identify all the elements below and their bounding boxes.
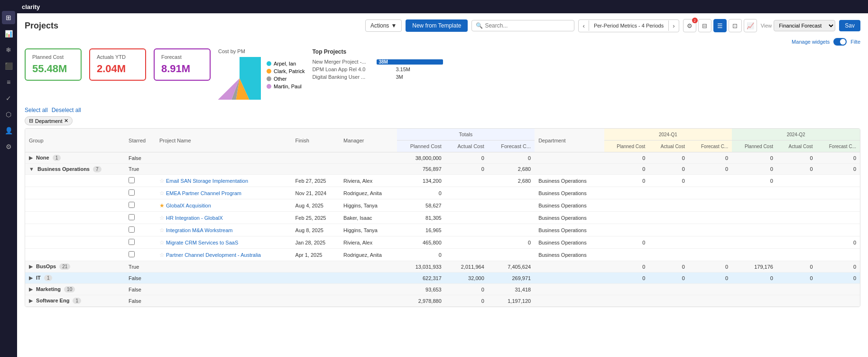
table-row: ▼ Business Operations 7 True 756,897 0 2… <box>25 164 860 175</box>
empty-star-icon[interactable]: ☆ <box>159 215 165 221</box>
project-link[interactable]: Integration M&A Workstream <box>166 227 232 233</box>
empty-star-icon[interactable]: ☆ <box>159 178 165 184</box>
save-button[interactable]: Sav <box>839 20 860 31</box>
expand-button[interactable]: ▶ <box>29 275 33 281</box>
filter-icon[interactable]: ⚙ 2 <box>683 19 696 32</box>
row-checkbox[interactable] <box>129 177 135 183</box>
q2-planned-cell <box>732 249 777 261</box>
project-link[interactable]: EMEA Partner Channel Program <box>166 190 241 196</box>
q1-forecast-cell: 0 <box>689 164 732 175</box>
q1-actual-cell: 0 <box>649 261 689 272</box>
dept-close-icon[interactable]: ✕ <box>64 118 68 124</box>
row-checkbox[interactable] <box>129 189 135 196</box>
list-view-icon[interactable]: ☰ <box>713 19 727 32</box>
sidebar-icon-hex[interactable]: ⬡ <box>2 108 15 121</box>
sidebar-icon-list[interactable]: ≡ <box>2 75 15 89</box>
dept-tag[interactable]: ⊟ Department ✕ <box>25 116 73 125</box>
sidebar-icon-user[interactable]: 👤 <box>2 124 15 137</box>
dept-cell <box>535 284 604 295</box>
legend-item: Clark, Patrick <box>267 68 305 74</box>
sidebar-icon-home[interactable]: ⊞ <box>2 11 15 24</box>
q2-actual-cell <box>777 175 817 187</box>
expand-button[interactable]: ▼ <box>29 166 34 172</box>
columns-icon[interactable]: ⊟ <box>698 19 711 32</box>
planned-cost-cell: 81,305 <box>397 212 445 224</box>
select-all-link[interactable]: Select all <box>25 107 48 113</box>
q1-planned-cell <box>604 212 649 224</box>
q1-actual-cell <box>649 187 689 199</box>
forecast-cell: 2,680 <box>488 164 535 175</box>
top-projects-widget: Top Projects New Merger Project -... 38M… <box>312 48 445 82</box>
deselect-all-link[interactable]: Deselect all <box>52 107 81 113</box>
view-select[interactable]: Financial Forecast <box>774 20 835 31</box>
group-cell <box>25 212 125 224</box>
dept-cell <box>535 272 604 284</box>
q1-forecast-cell <box>689 224 732 236</box>
legend-item: Arpel, Ian <box>267 61 305 66</box>
row-checkbox[interactable] <box>129 214 135 220</box>
group-cell: ▶ Software Eng 1 <box>25 295 125 307</box>
app-title: clarity <box>22 3 40 10</box>
sidebar-icon-check[interactable]: ✓ <box>2 92 15 105</box>
checkbox-cell <box>125 199 156 212</box>
q1-forecast-cell: 0 <box>689 272 732 284</box>
q1-actual-cell: 0 <box>649 152 689 164</box>
project-link[interactable]: Email SAN Storage Implementation <box>166 178 248 184</box>
row-checkbox[interactable] <box>129 251 135 257</box>
period-prev-button[interactable]: ‹ <box>579 20 588 32</box>
project-link[interactable]: GlobalX Acquisition <box>166 203 211 208</box>
search-input[interactable] <box>485 22 570 29</box>
manage-widgets-link[interactable]: Manage widgets <box>792 39 830 45</box>
planned-cost-cell: 0 <box>397 187 445 199</box>
dropdown-arrow-icon: ▼ <box>391 22 397 29</box>
manager-cell <box>340 295 397 307</box>
q1-planned-cell <box>604 187 649 199</box>
project-link[interactable]: HR Integration - GlobalX <box>166 215 223 221</box>
projects-table: Group Starred Project Name Finish Manage… <box>25 129 860 307</box>
actual-cost-cell <box>445 224 488 236</box>
q1-actual-cell <box>649 284 689 295</box>
project-name-cell: ☆ EMEA Partner Channel Program <box>156 187 292 199</box>
widgets-toggle[interactable] <box>833 38 847 46</box>
manager-cell: Rodriguez, Anita <box>340 249 397 261</box>
grid-view-icon[interactable]: ⊡ <box>729 19 742 32</box>
dept-cell: Business Operations <box>535 187 604 199</box>
table-row: ☆ Integration M&A Workstream Aug 8, 2025… <box>25 224 860 236</box>
starred-cell: False <box>125 295 156 307</box>
new-from-template-button[interactable]: New from Template <box>406 19 468 32</box>
sidebar-icon-snow[interactable]: ❄ <box>2 43 15 56</box>
expand-button[interactable]: ▶ <box>29 263 33 269</box>
project-name-cell: ★ GlobalX Acquisition <box>156 199 292 212</box>
q2-forecast-cell <box>817 224 860 236</box>
finish-cell <box>292 284 340 295</box>
expand-button[interactable]: ▶ <box>29 298 33 303</box>
row-checkbox[interactable] <box>129 239 135 245</box>
project-name-cell: ☆ Partner Channel Development - Australi… <box>156 249 292 261</box>
empty-star-icon[interactable]: ☆ <box>159 227 165 234</box>
table-row: ▶ None 1 False 38,000,000 0 0 0 0 0 0 0 … <box>25 152 860 164</box>
starred-cell: False <box>125 284 156 295</box>
project-row: Digital Banking User ... 3M <box>312 74 445 80</box>
th-q2: 2024-Q2 <box>732 129 860 141</box>
star-icon[interactable]: ★ <box>159 202 165 209</box>
empty-star-icon[interactable]: ☆ <box>159 190 165 197</box>
top-projects-title: Top Projects <box>312 48 445 55</box>
period-next-button[interactable]: › <box>669 20 678 32</box>
actions-button[interactable]: Actions ▼ <box>365 19 402 32</box>
sidebar-icon-settings[interactable]: ⚙ <box>2 140 15 153</box>
chart-view-icon[interactable]: 📈 <box>744 19 757 32</box>
project-link[interactable]: Partner Channel Development - Australia <box>166 252 261 258</box>
sidebar-icon-box[interactable]: ⬛ <box>2 59 15 73</box>
empty-star-icon[interactable]: ☆ <box>159 252 165 258</box>
row-checkbox[interactable] <box>129 202 135 208</box>
actual-cost-cell: 2,011,964 <box>445 261 488 272</box>
expand-button[interactable]: ▶ <box>29 286 33 292</box>
project-link[interactable]: Migrate CRM Services to SaaS <box>166 240 238 245</box>
filter-label[interactable]: Filte <box>850 39 860 45</box>
q1-forecast-cell <box>689 249 732 261</box>
sidebar-icon-dashboard[interactable]: 📊 <box>2 27 15 40</box>
period-label: Per-Period Metrics - 4 Periods <box>589 20 669 31</box>
empty-star-icon[interactable]: ☆ <box>159 239 165 246</box>
row-checkbox[interactable] <box>129 226 135 233</box>
expand-button[interactable]: ▶ <box>29 155 33 160</box>
